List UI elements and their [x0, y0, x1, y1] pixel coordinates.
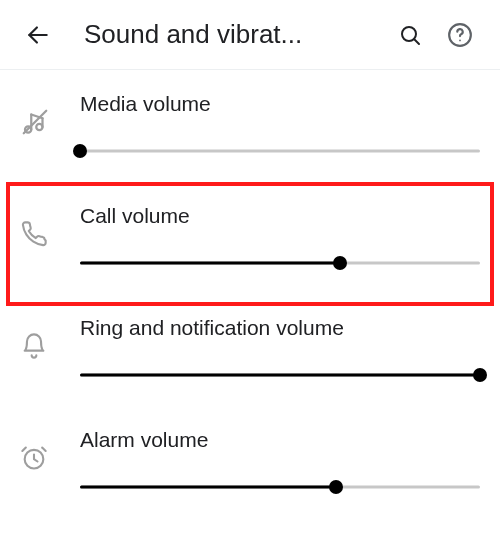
svg-line-2 [414, 39, 419, 44]
slider-thumb[interactable] [333, 256, 347, 270]
search-button[interactable] [390, 15, 430, 55]
call-volume-slider[interactable] [80, 256, 480, 270]
ring-volume-slider[interactable] [80, 368, 480, 382]
volume-label: Ring and notification volume [80, 316, 480, 340]
volume-row-call: Call volume [0, 188, 500, 300]
media-volume-slider[interactable] [80, 144, 480, 158]
volume-row-media: Media volume [0, 76, 500, 188]
volume-icon-wrap [20, 310, 80, 382]
slider-fill [80, 486, 336, 489]
search-icon [398, 23, 422, 47]
slider-thumb[interactable] [73, 144, 87, 158]
media-muted-icon [20, 107, 50, 137]
slider-fill [80, 262, 340, 265]
bell-icon [20, 332, 48, 360]
volume-icon-wrap [20, 422, 80, 494]
volume-row-ring: Ring and notification volume [0, 300, 500, 412]
volume-list: Media volume Call volume [0, 70, 500, 524]
svg-point-6 [36, 124, 42, 130]
page-title: Sound and vibrat... [84, 19, 390, 50]
phone-icon [20, 220, 48, 248]
back-button[interactable] [18, 15, 58, 55]
slider-thumb[interactable] [473, 368, 487, 382]
volume-row-alarm: Alarm volume [0, 412, 500, 524]
svg-point-4 [459, 39, 461, 41]
arrow-left-icon [25, 22, 51, 48]
alarm-volume-slider[interactable] [80, 480, 480, 494]
slider-track [80, 150, 480, 153]
volume-label: Media volume [80, 92, 480, 116]
alarm-clock-icon [20, 444, 48, 472]
volume-label: Alarm volume [80, 428, 480, 452]
help-button[interactable] [440, 15, 480, 55]
slider-thumb[interactable] [329, 480, 343, 494]
volume-icon-wrap [20, 86, 80, 158]
volume-icon-wrap [20, 198, 80, 270]
help-circle-icon [447, 22, 473, 48]
app-bar: Sound and vibrat... [0, 0, 500, 70]
slider-fill [80, 374, 480, 377]
volume-label: Call volume [80, 204, 480, 228]
